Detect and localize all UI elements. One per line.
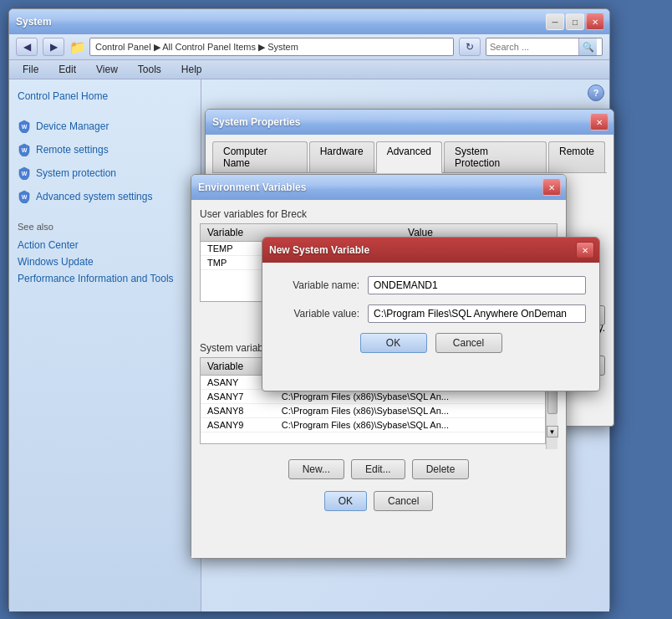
browser-controls: ─ □ ✕ <box>546 13 604 30</box>
sidebar-performance-info[interactable]: Performance Information and Tools <box>18 270 192 287</box>
menu-view[interactable]: View <box>91 62 123 77</box>
var-value-label: Variable value: <box>276 308 368 320</box>
sidebar-item-device-manager[interactable]: W Device Manager <box>18 115 192 138</box>
shield-icon-system-protection: W <box>18 166 31 180</box>
system-props-titlebar: System Properties ✕ <box>206 110 613 135</box>
sidebar-remote-settings-label: Remote settings <box>36 141 109 158</box>
var-value-row: Variable value: <box>276 304 586 323</box>
env-ok-button[interactable]: OK <box>324 491 367 511</box>
sys-delete-button[interactable]: Delete <box>412 459 470 479</box>
var-name-label: Variable name: <box>276 279 368 291</box>
maximize-button[interactable]: □ <box>566 13 584 30</box>
shield-icon-device-manager: W <box>18 120 31 133</box>
tab-computer-name[interactable]: Computer Name <box>212 141 308 172</box>
search-box: 🔍 <box>486 38 603 56</box>
env-vars-close[interactable]: ✕ <box>542 179 561 196</box>
menu-help[interactable]: Help <box>176 62 207 77</box>
env-vars-title: Environment Variables <box>198 182 542 193</box>
new-sysvar-close[interactable]: ✕ <box>576 242 594 258</box>
svg-text:W: W <box>22 171 28 176</box>
sidebar-windows-update[interactable]: Windows Update <box>18 253 192 270</box>
new-sysvar-buttons: OK Cancel <box>276 333 586 353</box>
close-button[interactable]: ✕ <box>586 13 604 30</box>
table-row[interactable]: ASANY9C:\Program Files (x86)\Sybase\SQL … <box>201 418 545 432</box>
minimize-button[interactable]: ─ <box>546 13 564 30</box>
env-cancel-button[interactable]: Cancel <box>374 491 433 511</box>
tab-remote[interactable]: Remote <box>548 141 605 172</box>
tab-advanced[interactable]: Advanced <box>376 141 442 173</box>
menu-bar: File Edit View Tools Help <box>9 60 609 79</box>
user-vars-label: User variables for Breck <box>200 208 557 220</box>
sidebar-device-manager-label: Device Manager <box>36 118 109 135</box>
var-value-input[interactable] <box>368 304 586 323</box>
see-also-label: See also <box>18 222 192 232</box>
sidebar-advanced-settings-label: Advanced system settings <box>36 188 152 205</box>
browser-titlebar: System ─ □ ✕ <box>9 9 609 34</box>
var-name-input[interactable] <box>368 276 586 294</box>
new-sysvar-cancel-button[interactable]: Cancel <box>435 333 502 353</box>
table-row[interactable]: ASANY8C:\Program Files (x86)\Sybase\SQL … <box>201 404 545 418</box>
address-input[interactable] <box>89 38 454 56</box>
system-props-close[interactable]: ✕ <box>590 114 608 130</box>
new-sysvar-controls: ✕ <box>576 242 594 258</box>
menu-file[interactable]: File <box>18 62 43 77</box>
svg-text:W: W <box>22 194 28 200</box>
svg-text:W: W <box>22 147 28 153</box>
menu-edit[interactable]: Edit <box>53 62 81 77</box>
help-icon[interactable]: ? <box>588 84 604 101</box>
svg-text:W: W <box>22 124 28 130</box>
sidebar-control-panel-home[interactable]: Control Panel Home <box>18 88 192 105</box>
sys-new-button[interactable]: New... <box>288 459 344 479</box>
tab-bar: Computer Name Hardware Advanced System P… <box>212 141 607 173</box>
shield-icon-advanced-settings: W <box>18 190 31 203</box>
system-vars-buttons: New... Edit... Delete <box>200 459 557 479</box>
new-sysvar-ok-button[interactable]: OK <box>360 333 427 353</box>
new-sysvar-dialog: New System Variable ✕ Variable name: Var… <box>262 237 600 391</box>
refresh-button[interactable]: ↻ <box>459 38 481 56</box>
scroll-down[interactable]: ▼ <box>547 426 558 437</box>
menu-tools[interactable]: Tools <box>133 62 166 77</box>
tab-system-protection[interactable]: System Protection <box>444 141 547 172</box>
forward-button[interactable]: ▶ <box>43 38 64 56</box>
env-bottom-buttons: OK Cancel <box>200 491 557 511</box>
search-button[interactable]: 🔍 <box>578 38 597 55</box>
shield-icon-remote-settings: W <box>18 143 31 156</box>
system-props-controls: ✕ <box>590 114 608 130</box>
search-input[interactable] <box>486 40 578 54</box>
sidebar-item-system-protection[interactable]: W System protection <box>18 161 192 185</box>
folder-icon: 📁 <box>69 39 86 55</box>
new-sysvar-content: Variable name: Variable value: OK Cancel <box>262 263 599 366</box>
sidebar-system-protection-label: System protection <box>36 165 116 182</box>
address-bar: ◀ ▶ 📁 ↻ 🔍 <box>9 34 609 60</box>
table-row[interactable]: ASANY7C:\Program Files (x86)\Sybase\SQL … <box>201 390 545 404</box>
env-vars-titlebar: Environment Variables ✕ <box>191 175 566 200</box>
var-name-row: Variable name: <box>276 276 586 294</box>
tab-hardware[interactable]: Hardware <box>309 141 374 172</box>
browser-title: System <box>16 16 546 28</box>
sidebar-item-remote-settings[interactable]: W Remote settings <box>18 138 192 161</box>
new-sysvar-title: New System Variable <box>269 244 576 256</box>
sidebar-action-center[interactable]: Action Center <box>18 237 192 253</box>
sidebar-item-advanced-settings[interactable]: W Advanced system settings <box>18 185 192 208</box>
sys-edit-button[interactable]: Edit... <box>351 459 405 479</box>
back-button[interactable]: ◀ <box>16 38 38 56</box>
system-props-title: System Properties <box>212 116 590 128</box>
sidebar: Control Panel Home W Device Manager W Re… <box>9 79 201 611</box>
new-sysvar-titlebar: New System Variable ✕ <box>262 238 599 263</box>
env-vars-controls: ✕ <box>542 179 561 196</box>
